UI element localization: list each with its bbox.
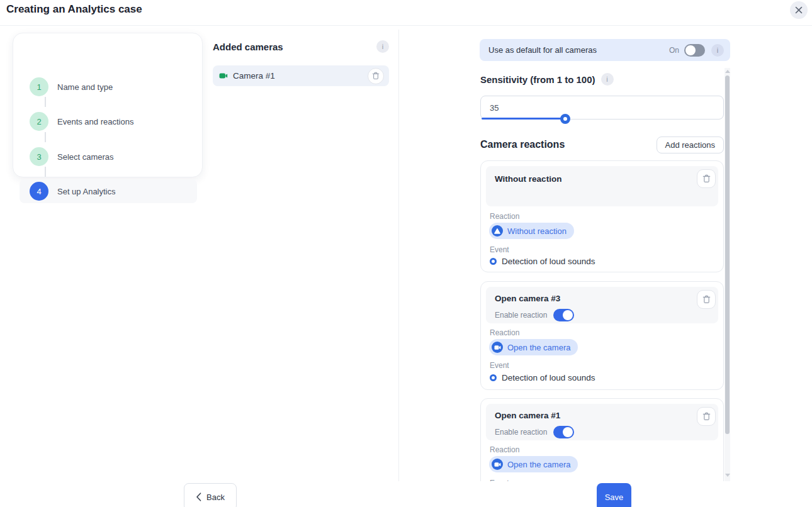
scrollbar-thumb[interactable] bbox=[725, 75, 730, 434]
event-text: Detection of loud sounds bbox=[502, 257, 595, 266]
list-item-camera-1[interactable]: Camera #1 bbox=[213, 65, 389, 86]
event-dot-icon bbox=[490, 374, 497, 381]
step-connector bbox=[45, 167, 46, 177]
scrollbar-down-arrow[interactable] bbox=[725, 474, 730, 477]
reaction-label: Reaction bbox=[490, 445, 519, 454]
toggle-state-label: On bbox=[669, 46, 679, 55]
enable-reaction-row: Enable reaction bbox=[495, 426, 709, 438]
step-label: Events and reactions bbox=[57, 117, 133, 126]
event-label: Event bbox=[490, 479, 509, 481]
column-divider bbox=[398, 30, 399, 481]
step-label: Select cameras bbox=[57, 152, 114, 162]
use-as-default-bar: Use as default for all cameras On i bbox=[480, 39, 730, 61]
stepper-step-events-and-reactions[interactable]: 2 Events and reactions bbox=[20, 109, 197, 133]
toggle-knob bbox=[685, 45, 696, 55]
step-connector bbox=[45, 132, 46, 142]
modal-creating-analytics-case: Creating an Analytics case 1 Name and ty… bbox=[0, 0, 812, 507]
use-as-default-label: Use as default for all cameras bbox=[488, 45, 669, 55]
event-label: Event bbox=[490, 361, 509, 370]
reaction-label: Reaction bbox=[490, 212, 519, 221]
reaction-chip-label: Open the camera bbox=[507, 343, 570, 352]
step-number-badge: 3 bbox=[30, 147, 48, 166]
step-number-badge: 1 bbox=[30, 77, 48, 96]
save-button[interactable]: Save bbox=[597, 483, 631, 507]
reaction-card-head: Open camera #1 Enable reaction bbox=[486, 404, 718, 440]
reaction-chip[interactable]: Open the camera bbox=[489, 339, 578, 355]
reaction-card-without-reaction: Without reaction Reaction Without reacti… bbox=[480, 160, 724, 272]
camera-reactions-header: Camera reactions Add reactions bbox=[480, 136, 724, 153]
stepper: 1 Name and type 2 Events and reactions 3… bbox=[13, 33, 203, 177]
event-row: Detection of loud sounds bbox=[490, 257, 595, 266]
reaction-card-head: Open camera #3 Enable reaction bbox=[486, 287, 718, 323]
no-reaction-icon bbox=[492, 225, 503, 237]
info-icon[interactable]: i bbox=[376, 40, 389, 53]
enable-reaction-toggle[interactable] bbox=[553, 426, 574, 438]
camera-reactions-title: Camera reactions bbox=[480, 139, 565, 150]
step-label: Name and type bbox=[57, 82, 113, 92]
back-button-label: Back bbox=[206, 493, 225, 502]
added-cameras-title: Added cameras bbox=[213, 42, 283, 52]
reaction-card-open-camera-3: Open camera #3 Enable reaction Reaction … bbox=[480, 281, 724, 390]
event-dot-icon bbox=[490, 258, 497, 265]
enable-reaction-label: Enable reaction bbox=[495, 428, 547, 437]
step-number-badge: 4 bbox=[30, 182, 48, 201]
enable-reaction-label: Enable reaction bbox=[495, 311, 547, 320]
step-connector bbox=[45, 97, 46, 107]
stepper-step-name-and-type[interactable]: 1 Name and type bbox=[20, 75, 197, 99]
reaction-label: Reaction bbox=[490, 328, 519, 337]
sensitivity-slider-handle[interactable] bbox=[560, 114, 570, 124]
sensitivity-input[interactable] bbox=[480, 96, 724, 120]
camera-name: Camera #1 bbox=[233, 71, 363, 81]
reaction-chip[interactable]: Without reaction bbox=[489, 223, 574, 239]
use-as-default-toggle[interactable] bbox=[684, 44, 705, 57]
back-button[interactable]: Back bbox=[184, 483, 237, 507]
camera-icon bbox=[492, 342, 503, 353]
reaction-card-open-camera-1: Open camera #1 Enable reaction Reaction … bbox=[480, 398, 724, 481]
modal-body: 1 Name and type 2 Events and reactions 3… bbox=[0, 0, 812, 481]
step-number-badge: 2 bbox=[30, 112, 48, 131]
reaction-card-title: Open camera #3 bbox=[495, 294, 709, 303]
reaction-chip-label: Without reaction bbox=[507, 226, 567, 236]
delete-reaction-button[interactable] bbox=[697, 290, 716, 309]
camera-icon bbox=[219, 72, 228, 79]
reaction-card-head: Without reaction bbox=[486, 166, 718, 206]
stepper-step-select-cameras[interactable]: 3 Select cameras bbox=[20, 145, 197, 169]
enable-reaction-toggle[interactable] bbox=[553, 309, 574, 321]
trash-icon bbox=[702, 412, 711, 421]
sensitivity-title: Sensitivity (from 1 to 100) bbox=[480, 74, 595, 85]
reaction-card-title: Open camera #1 bbox=[495, 411, 709, 420]
reaction-card-title: Without reaction bbox=[495, 174, 709, 184]
event-text: Detection of loud sounds bbox=[502, 373, 595, 382]
trash-icon bbox=[702, 174, 711, 183]
reaction-chip-label: Open the camera bbox=[507, 460, 570, 469]
enable-reaction-row: Enable reaction bbox=[495, 309, 709, 321]
sensitivity-slider-track[interactable] bbox=[482, 118, 565, 120]
add-reactions-button[interactable]: Add reactions bbox=[657, 136, 725, 153]
delete-reaction-button[interactable] bbox=[697, 169, 716, 188]
reaction-chip[interactable]: Open the camera bbox=[489, 456, 578, 472]
chevron-left-icon bbox=[196, 493, 201, 501]
trash-icon bbox=[702, 295, 711, 304]
toggle-knob bbox=[563, 427, 573, 437]
info-icon[interactable]: i bbox=[711, 44, 724, 57]
sensitivity-header: Sensitivity (from 1 to 100) i bbox=[480, 73, 614, 86]
camera-icon bbox=[492, 459, 503, 470]
added-cameras-header: Added cameras i bbox=[213, 40, 389, 53]
event-row: Detection of loud sounds bbox=[490, 373, 595, 382]
delete-camera-button[interactable] bbox=[368, 68, 384, 84]
stepper-step-set-up-analytics[interactable]: 4 Set up Analytics bbox=[20, 179, 197, 203]
step-label: Set up Analytics bbox=[57, 187, 116, 196]
toggle-knob bbox=[563, 310, 573, 320]
scrollbar-up-arrow[interactable] bbox=[725, 70, 730, 73]
event-label: Event bbox=[490, 245, 509, 254]
delete-reaction-button[interactable] bbox=[697, 407, 716, 426]
info-icon[interactable]: i bbox=[601, 73, 614, 86]
trash-icon bbox=[372, 72, 380, 80]
